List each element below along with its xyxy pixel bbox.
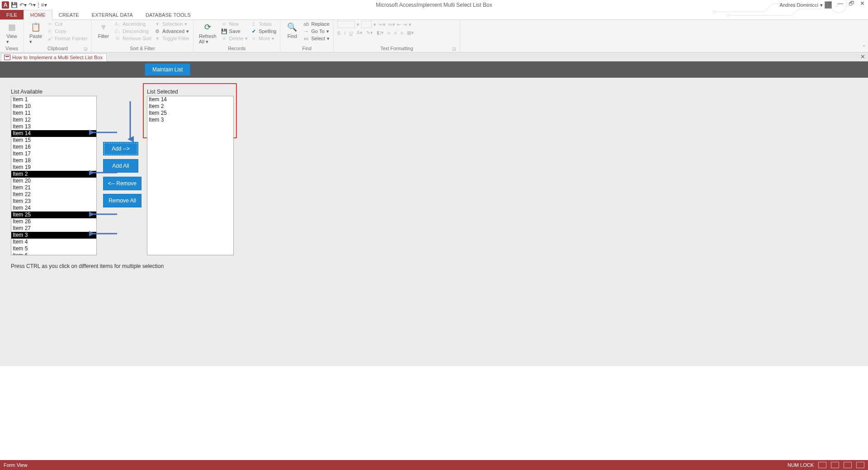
cut-button[interactable]: ✂Cut <box>47 21 88 27</box>
remove-sort-button[interactable]: ⟲Remove Sort <box>114 35 151 42</box>
highlight-icon[interactable]: ✎▾ <box>366 30 373 36</box>
user-account[interactable]: Andres Dominicci▾ <box>779 1 832 9</box>
list-item[interactable]: Item 22 <box>11 191 96 198</box>
italic-icon[interactable]: I <box>344 30 345 36</box>
list-item[interactable]: Item 4 <box>11 239 96 245</box>
view-design-icon[interactable] <box>856 462 864 468</box>
select-button[interactable]: ▭Select ▾ <box>303 35 330 42</box>
list-item[interactable]: Item 11 <box>11 110 96 117</box>
view-datasheet-icon[interactable] <box>831 462 839 468</box>
list-item[interactable]: Item 19 <box>11 164 96 171</box>
minimize-icon[interactable]: — <box>836 0 844 7</box>
remove-all-button[interactable]: Remove All <box>103 194 142 207</box>
list-item[interactable]: Item 25 <box>147 110 233 117</box>
paste-button[interactable]: 📋Paste▾ <box>28 21 44 46</box>
help-icon[interactable]: ? <box>826 0 834 7</box>
font-color-icon[interactable]: A▾ <box>356 30 362 36</box>
list-item[interactable]: Item 5 <box>11 245 96 252</box>
delete-record-button[interactable]: ✕Delete ▾ <box>221 35 248 42</box>
list-item[interactable]: Item 2 <box>147 103 233 110</box>
save-record-button[interactable]: 💾Save <box>221 28 248 34</box>
numbering-icon[interactable]: ≔▾ <box>387 22 395 28</box>
tab-file[interactable]: FILE <box>0 10 24 19</box>
status-left: Form View <box>4 462 27 468</box>
save-icon[interactable]: 💾 <box>10 1 18 9</box>
list-item[interactable]: Item 10 <box>11 103 96 110</box>
maintain-list-button[interactable]: Maintain List <box>145 63 190 76</box>
list-item[interactable]: Item 14 <box>11 130 96 137</box>
list-item[interactable]: Item 3 <box>147 117 233 123</box>
list-available[interactable]: Item 1Item 10Item 11Item 12Item 13Item 1… <box>11 96 97 255</box>
document-close-icon[interactable]: ✕ <box>860 53 865 60</box>
underline-icon[interactable]: U <box>349 30 353 36</box>
list-item[interactable]: Item 21 <box>11 184 96 191</box>
gridlines-icon[interactable]: ▦▾ <box>407 30 414 36</box>
list-item[interactable]: Item 12 <box>11 117 96 123</box>
bold-icon[interactable]: B <box>337 30 340 36</box>
align-right-icon[interactable]: ≡ <box>401 30 403 36</box>
restore-icon[interactable]: 🗗 <box>847 0 855 7</box>
list-selected[interactable]: Item 14Item 2Item 25Item 3 <box>147 96 234 255</box>
tab-home[interactable]: HOME <box>24 10 52 20</box>
view-button[interactable]: ▦View▾ <box>4 21 20 46</box>
list-item[interactable]: Item 6 <box>11 252 96 255</box>
sort-descending-button[interactable]: Z↓Descending <box>114 28 151 34</box>
format-painter-button[interactable]: 🖌Format Painter <box>47 35 88 42</box>
form-header: Maintain List <box>0 61 868 78</box>
view-form-icon[interactable] <box>818 462 826 468</box>
advanced-filter-button[interactable]: ⚙Advanced ▾ <box>154 28 189 34</box>
qat-customize-icon[interactable]: ⋮≡▾ <box>37 1 45 9</box>
add-button[interactable]: Add --> <box>103 142 138 155</box>
find-button[interactable]: 🔍Find <box>284 21 300 40</box>
list-item[interactable]: Item 20 <box>11 178 96 184</box>
indent-dec-icon[interactable]: ⇤ <box>397 22 401 28</box>
bullets-icon[interactable]: ≔▾ <box>378 22 386 28</box>
list-item[interactable]: Item 26 <box>11 218 96 225</box>
list-item[interactable]: Item 17 <box>11 150 96 157</box>
spelling-button[interactable]: ✔Spelling <box>250 28 276 34</box>
close-icon[interactable]: ✕ <box>858 0 866 7</box>
copy-button[interactable]: ⎘Copy <box>47 28 88 34</box>
new-record-button[interactable]: ✳New <box>221 21 248 27</box>
list-item[interactable]: Item 3 <box>11 232 96 239</box>
toggle-filter-button[interactable]: ▼Toggle Filter <box>154 35 189 42</box>
refresh-all-button[interactable]: ⟳RefreshAll ▾ <box>197 21 218 46</box>
hint-text: Press CTRL as you click on different ite… <box>11 263 164 269</box>
list-item[interactable]: Item 15 <box>11 137 96 144</box>
tab-create[interactable]: CREATE <box>52 10 85 19</box>
list-item[interactable]: Item 14 <box>147 96 233 103</box>
replace-button[interactable]: abReplace <box>303 21 330 27</box>
list-item[interactable]: Item 24 <box>11 205 96 212</box>
align-center-icon[interactable]: ≡ <box>394 30 396 36</box>
fill-icon[interactable]: ◧▾ <box>377 30 384 36</box>
list-item[interactable]: Item 16 <box>11 144 96 150</box>
add-all-button[interactable]: Add All <box>103 159 138 173</box>
tab-database-tools[interactable]: DATABASE TOOLS <box>139 10 197 19</box>
list-item[interactable]: Item 27 <box>11 225 96 232</box>
selection-button[interactable]: ▼Selection ▾ <box>154 21 189 27</box>
goto-button[interactable]: →Go To ▾ <box>303 28 330 34</box>
list-item[interactable]: Item 23 <box>11 198 96 205</box>
totals-button[interactable]: ΣTotals <box>250 21 276 27</box>
indent-inc-icon[interactable]: ⇥ <box>403 22 407 28</box>
document-tab[interactable]: How to Implement a Multi Select List Box <box>1 53 107 61</box>
filter-button[interactable]: ▼Filter <box>95 21 112 40</box>
textfmt-dialog-launcher-icon[interactable]: ◲ <box>452 47 456 51</box>
list-item[interactable]: Item 25 <box>11 212 96 218</box>
view-layout-icon[interactable] <box>844 462 852 468</box>
list-item[interactable]: Item 13 <box>11 123 96 130</box>
list-item[interactable]: Item 2 <box>11 171 96 178</box>
undo-icon[interactable]: ↶▾ <box>19 1 27 9</box>
collapse-ribbon-icon[interactable]: ˄ <box>863 45 865 51</box>
access-app-icon: A <box>2 1 9 9</box>
align-left-icon[interactable]: ≡ <box>387 30 390 36</box>
remove-button[interactable]: <-- Remove <box>103 177 142 190</box>
sort-ascending-button[interactable]: A↓Ascending <box>114 21 151 27</box>
clipboard-dialog-launcher-icon[interactable]: ◲ <box>84 47 88 51</box>
copy-icon: ⎘ <box>47 28 53 34</box>
redo-icon[interactable]: ↷▾ <box>28 1 36 9</box>
list-item[interactable]: Item 18 <box>11 157 96 164</box>
more-records-button[interactable]: ≡More ▾ <box>250 35 276 42</box>
tab-external-data[interactable]: EXTERNAL DATA <box>85 10 139 19</box>
list-item[interactable]: Item 1 <box>11 96 96 103</box>
